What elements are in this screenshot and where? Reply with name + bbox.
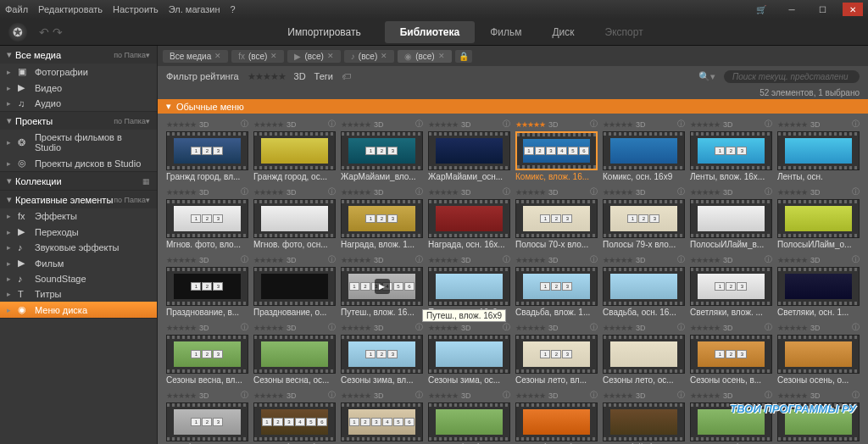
tag-icon[interactable]: 🏷 <box>342 71 351 81</box>
rating-stars[interactable]: ★★★★★ <box>603 188 632 197</box>
info-icon[interactable]: ⓘ <box>677 186 685 197</box>
info-icon[interactable]: ⓘ <box>765 390 772 401</box>
rating-stars[interactable]: ★★★★★ <box>428 188 458 197</box>
rating-stars[interactable]: ★★★★★ <box>166 324 196 332</box>
thumbnail-cell[interactable]: ★★★★★3DⓘСпорт бейсбол, ... <box>603 390 685 444</box>
info-icon[interactable]: ⓘ <box>241 186 248 197</box>
info-icon[interactable]: ⓘ <box>328 186 336 197</box>
thumbnail-cell[interactable]: ★★★★★3Dⓘ123456Спорт - универс... <box>341 390 423 444</box>
thumbnail[interactable] <box>253 199 336 238</box>
close-icon[interactable]: ✕ <box>270 52 277 60</box>
info-icon[interactable]: ⓘ <box>241 254 248 265</box>
info-icon[interactable]: ⓘ <box>328 119 336 130</box>
redo-icon[interactable]: ↷ <box>53 25 63 39</box>
rating-stars[interactable]: ★★★★★ <box>253 120 283 129</box>
thumbnail[interactable]: 123456 <box>253 402 336 441</box>
minimize-button[interactable]: ─ <box>782 3 802 16</box>
thumbnail-cell[interactable]: ★★★★★3Dⓘ123ЖарМайами_вло... <box>341 119 423 181</box>
cart-icon[interactable]: 🛒 <box>751 3 771 16</box>
thumbnail[interactable] <box>515 402 598 441</box>
thumbnail[interactable] <box>777 199 860 238</box>
thumbnail[interactable]: 123456 <box>341 402 423 441</box>
rating-stars[interactable]: ★★★★★ <box>603 324 632 332</box>
pill-lock[interactable]: 🔒 <box>455 50 472 63</box>
thumbnail[interactable] <box>428 402 510 441</box>
info-icon[interactable]: ⓘ <box>503 390 510 401</box>
thumbnail[interactable]: 123 <box>341 131 423 170</box>
thumbnail-cell[interactable]: ★★★★★3Dⓘ123Полосы 70-х вло... <box>515 186 598 249</box>
nav-export[interactable]: Экспорт <box>590 21 659 43</box>
thumbnail[interactable]: 123 <box>515 199 598 238</box>
rating-stars[interactable]: ★★★★★ <box>777 391 807 400</box>
rating-stars[interactable]: ★★★★★ <box>777 256 807 264</box>
thumbnail-cell[interactable]: ★★★★★3DⓘПутеш., осн. 16x9 <box>428 254 510 317</box>
rating-stars[interactable]: ★★★★★ <box>690 391 720 400</box>
thumbnail[interactable] <box>428 335 510 374</box>
rating-stars[interactable]: ★★★★★ <box>777 324 807 332</box>
rating-stars[interactable]: ★★★★★ <box>515 256 545 264</box>
info-icon[interactable]: ⓘ <box>241 119 248 130</box>
thumbnail-cell[interactable]: ★★★★★3DⓘМгнов. фото, осн... <box>253 186 336 249</box>
rating-stars[interactable]: ★★★★★ <box>166 120 196 129</box>
info-icon[interactable]: ⓘ <box>415 254 423 265</box>
thumbnail-cell[interactable]: ★★★★★3DⓘСветляки, осн. 1... <box>777 254 860 317</box>
rating-stars[interactable]: ★★★★★ <box>341 391 370 400</box>
thumbnail[interactable] <box>428 131 510 170</box>
thumbnail[interactable]: 123 <box>690 131 772 170</box>
sidebar-header-allmedia[interactable]: ▾ Все медиа по Папка ▾ <box>0 46 157 64</box>
sidebar-item[interactable]: ▸▶Переходы <box>0 224 157 240</box>
thumbnail-cell[interactable]: ★★★★★3Dⓘ123456▶Путеш., влож. 16... <box>341 254 423 317</box>
thumbnail-cell[interactable]: ★★★★★3Dⓘ123Сезоны зима, вл... <box>341 322 423 385</box>
info-icon[interactable]: ⓘ <box>852 254 860 265</box>
search-input[interactable]: Поиск текущ. представлени <box>724 70 860 83</box>
thumbnail-cell[interactable]: ★★★★★3DⓘСпорт - футбол, ... <box>428 390 510 444</box>
info-icon[interactable]: ⓘ <box>503 186 510 197</box>
rating-stars[interactable]: ★★★★★ <box>428 256 458 264</box>
sidebar-header-projects[interactable]: ▾ Проекты по Папка ▾ <box>0 112 157 130</box>
info-icon[interactable]: ⓘ <box>590 390 598 401</box>
filter-3d[interactable]: 3D <box>294 71 306 81</box>
info-icon[interactable]: ⓘ <box>677 322 685 333</box>
info-icon[interactable]: ⓘ <box>852 119 860 130</box>
info-icon[interactable]: ⓘ <box>415 119 423 130</box>
thumbnail[interactable]: 123 <box>166 267 248 306</box>
sidebar-header-creative[interactable]: ▾ Креативные элементы по Папка ▾ <box>0 191 157 208</box>
info-icon[interactable]: ⓘ <box>677 119 685 130</box>
thumbnail[interactable]: 123 <box>690 267 772 306</box>
thumbnail-cell[interactable]: ★★★★★3Dⓘ123Свадьба, влож. 1... <box>515 254 598 317</box>
nav-disc[interactable]: Диск <box>537 21 589 43</box>
thumbnail[interactable] <box>428 199 510 238</box>
thumbnail-cell[interactable]: ★★★★★3DⓘЖарМайами_осн... <box>428 119 510 181</box>
thumbnail-cell[interactable]: ★★★★★3DⓘГранжд город, ос... <box>253 119 336 181</box>
sidebar-item[interactable]: ▸♫Аудио <box>0 96 157 111</box>
thumbnail-cell[interactable]: ★★★★★3Dⓘ123СеребрВинтаж_в... <box>166 390 248 444</box>
rating-stars[interactable]: ★★★★★ <box>603 120 632 129</box>
pill-allmedia[interactable]: Все медиа✕ <box>163 50 228 63</box>
thumbnail[interactable]: 123 <box>603 199 685 238</box>
thumbnail-cell[interactable]: ★★★★★3Dⓘ123Сезоны весна, вл... <box>166 322 248 385</box>
thumbnail-cell[interactable]: ★★★★★3DⓘСпорт Гольф, ос... <box>690 390 772 444</box>
thumbnail-cell[interactable]: ★★★★★3Dⓘ123Награда, влож. 1... <box>341 186 423 249</box>
pill-audio[interactable]: ♪(все)✕ <box>344 50 394 63</box>
undo-icon[interactable]: ↶ <box>39 25 49 39</box>
rating-stars[interactable]: ★★★★★ <box>166 188 196 197</box>
rating-stars[interactable]: ★★★★★ <box>341 324 370 332</box>
nav-import[interactable]: Импортировать <box>272 21 376 43</box>
maximize-button[interactable]: ☐ <box>812 3 832 16</box>
thumbnail-cell[interactable]: ★★★★★3DⓘСвадьба, осн. 16... <box>603 254 685 317</box>
sidebar-item[interactable]: ▸♪SoundStage <box>0 271 157 286</box>
info-icon[interactable]: ⓘ <box>677 390 685 401</box>
thumbnail[interactable] <box>253 335 336 374</box>
info-icon[interactable]: ⓘ <box>765 254 772 265</box>
thumbnail[interactable] <box>603 267 685 306</box>
thumbnail[interactable] <box>428 267 510 306</box>
thumbnail-cell[interactable]: ★★★★★3Dⓘ123Ленты, влож. 16x... <box>690 119 772 181</box>
thumbnail-cell[interactable]: ★★★★★3DⓘКомикс, осн. 16x9 <box>603 119 685 181</box>
thumbnail-cell[interactable]: ★★★★★3Dⓘ123Мгнов. фото, вло... <box>166 186 248 249</box>
rating-stars[interactable]: ★★★★★ <box>603 391 632 400</box>
thumbnail-cell[interactable]: ★★★★★3Dⓘ123Сезоны лето, вл... <box>515 322 598 385</box>
info-icon[interactable]: ⓘ <box>415 186 423 197</box>
sidebar-header-collections[interactable]: ▾ Коллекции ▦ <box>0 172 157 190</box>
rating-stars[interactable]: ★★★★★ <box>253 188 283 197</box>
new-icon[interactable]: ▦ <box>142 177 150 186</box>
